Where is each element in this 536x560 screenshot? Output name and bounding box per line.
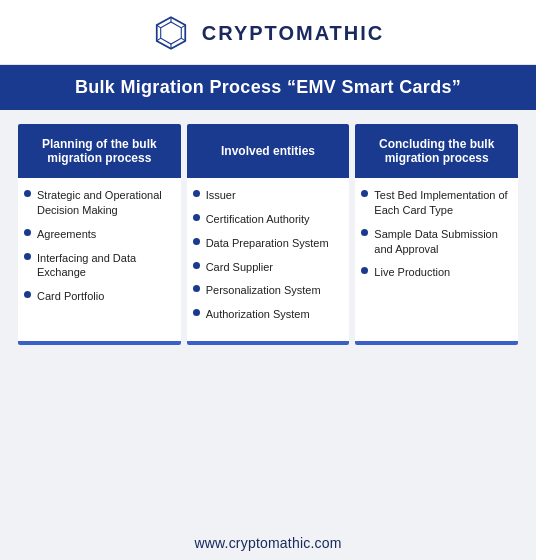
column-planning: Planning of the bulk migration process S… xyxy=(18,124,181,345)
main-content: Planning of the bulk migration process S… xyxy=(0,110,536,524)
list-item: Personalization System xyxy=(193,283,342,298)
bullet-dot-icon xyxy=(24,291,31,298)
bullet-dot-icon xyxy=(361,267,368,274)
list-item: Card Supplier xyxy=(193,260,342,275)
bullet-dot-icon xyxy=(24,190,31,197)
svg-marker-1 xyxy=(160,22,181,44)
list-item: Sample Data Submission and Approval xyxy=(361,227,510,257)
columns-wrapper: Planning of the bulk migration process S… xyxy=(18,124,518,345)
column-concluding-body: Test Bed Implementation of Each Card Typ… xyxy=(355,178,518,341)
footer-url: www.cryptomathic.com xyxy=(194,535,341,551)
bullet-dot-icon xyxy=(193,190,200,197)
list-item: Data Preparation System xyxy=(193,236,342,251)
title-banner: Bulk Migration Process “EMV Smart Cards” xyxy=(0,65,536,110)
list-item: Card Portfolio xyxy=(24,289,173,304)
page-wrapper: CRYPTOMATHiC Bulk Migration Process “EMV… xyxy=(0,0,536,560)
list-item: Interfacing and Data Exchange xyxy=(24,251,173,281)
column-concluding-accent xyxy=(355,341,518,345)
footer: www.cryptomathic.com xyxy=(0,524,536,560)
column-concluding: Concluding the bulk migration process Te… xyxy=(355,124,518,345)
column-planning-body: Strategic and Operational Decision Makin… xyxy=(18,178,181,341)
list-item: Certification Authority xyxy=(193,212,342,227)
list-item: Live Production xyxy=(361,265,510,280)
bullet-dot-icon xyxy=(193,309,200,316)
header: CRYPTOMATHiC xyxy=(0,0,536,65)
bullet-dot-icon xyxy=(193,214,200,221)
column-concluding-header: Concluding the bulk migration process xyxy=(355,124,518,178)
column-entities-body: Issuer Certification Authority Data Prep… xyxy=(187,178,350,341)
list-item: Agreements xyxy=(24,227,173,242)
bullet-dot-icon xyxy=(193,262,200,269)
list-item: Authorization System xyxy=(193,307,342,322)
column-entities-accent xyxy=(187,341,350,345)
list-item: Test Bed Implementation of Each Card Typ… xyxy=(361,188,510,218)
list-item: Issuer xyxy=(193,188,342,203)
list-item: Strategic and Operational Decision Makin… xyxy=(24,188,173,218)
bullet-dot-icon xyxy=(24,253,31,260)
column-entities-header: Involved entities xyxy=(187,124,350,178)
brand-name: CRYPTOMATHiC xyxy=(202,22,385,45)
bullet-dot-icon xyxy=(193,238,200,245)
bullet-dot-icon xyxy=(193,285,200,292)
column-entities: Involved entities Issuer Certification A… xyxy=(187,124,350,345)
column-planning-header: Planning of the bulk migration process xyxy=(18,124,181,178)
column-planning-accent xyxy=(18,341,181,345)
brand-logo-icon xyxy=(152,14,190,52)
bullet-dot-icon xyxy=(361,190,368,197)
bullet-dot-icon xyxy=(24,229,31,236)
title-banner-text: Bulk Migration Process “EMV Smart Cards” xyxy=(75,77,461,97)
bullet-dot-icon xyxy=(361,229,368,236)
